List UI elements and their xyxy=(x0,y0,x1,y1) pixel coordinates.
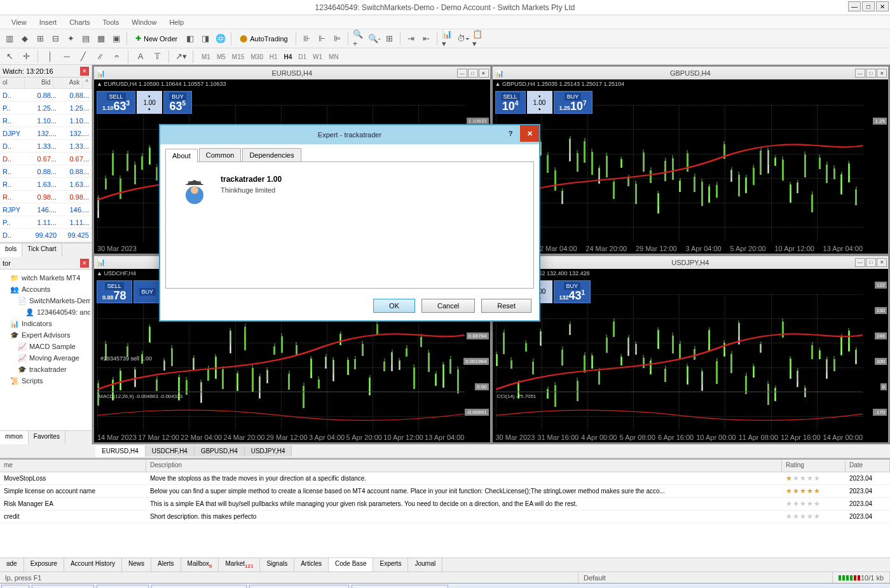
indicators-icon[interactable]: 📊▾ xyxy=(441,32,455,46)
maximize-icon[interactable]: □ xyxy=(866,69,876,78)
terminal-tab-signals[interactable]: Signals xyxy=(260,558,294,571)
terminal-tab-news[interactable]: News xyxy=(122,558,151,571)
market-watch-row[interactable]: D..0.88...0.88... xyxy=(0,89,92,102)
terminal-tab-alerts[interactable]: Alerts xyxy=(151,558,181,571)
text-icon[interactable]: A xyxy=(134,50,147,64)
tree-item[interactable]: 📈Moving Average xyxy=(1,352,90,364)
close-icon[interactable]: ✕ xyxy=(80,67,89,76)
close-icon[interactable]: ✕ xyxy=(877,69,887,78)
minimize-button[interactable]: — xyxy=(848,1,861,11)
menu-charts[interactable]: Charts xyxy=(63,15,96,29)
lot-input[interactable] xyxy=(138,99,161,106)
menu-insert[interactable]: Insert xyxy=(33,15,64,29)
terminal-tab-articles[interactable]: Articles xyxy=(294,558,329,571)
terminal-row[interactable]: MoveStopLossMove the stoploss as the tra… xyxy=(0,472,890,485)
close-button[interactable]: ✕ xyxy=(876,1,889,11)
timeframe-M30[interactable]: M30 xyxy=(247,53,266,60)
timeframe-H4[interactable]: H4 xyxy=(281,53,296,60)
menu-tools[interactable]: Tools xyxy=(97,15,126,29)
data-window-icon[interactable]: ⊟ xyxy=(48,32,62,46)
taskbar-item[interactable]: 📊1234640549: Switch... xyxy=(352,585,449,589)
fibo-icon[interactable]: 𝄐 xyxy=(109,50,123,64)
terminal-row[interactable]: Risk Manager EAThis is a simple EA that … xyxy=(0,498,890,510)
market-watch-row[interactable]: R..1.10...1.10... xyxy=(0,114,92,127)
sell-button[interactable]: SELL1.10633 xyxy=(97,91,135,114)
sell-button[interactable]: SELL0.8878 xyxy=(97,280,132,303)
terminal-tab-mailbox[interactable]: Mailbox6 xyxy=(181,558,219,571)
tab-tick-chart[interactable]: Tick Chart xyxy=(22,243,62,257)
minimize-icon[interactable]: — xyxy=(855,258,865,267)
timeframe-H1[interactable]: H1 xyxy=(266,53,281,60)
market-watch-row[interactable]: RJPY146....146.... xyxy=(0,203,92,216)
chart-tab[interactable]: EURUSD,H4 xyxy=(95,446,146,457)
col-name[interactable]: me xyxy=(0,460,146,472)
col-bid[interactable]: Bid xyxy=(25,78,54,88)
tree-item[interactable]: 🎓trackatrader xyxy=(1,364,90,375)
chart-tab[interactable]: GBPUSD,H4 xyxy=(195,446,245,456)
taskbar-item[interactable]: 🌐createdemologin - a... xyxy=(151,585,247,589)
trendline-icon[interactable]: ╱ xyxy=(76,50,90,64)
minimize-icon[interactable]: — xyxy=(855,69,865,78)
market-watch-row[interactable]: P..1.25...1.25... xyxy=(0,102,92,114)
new-order-button[interactable]: ✚New Order xyxy=(131,32,182,46)
chart-canvas[interactable]: ▲ GBPUSD,H4 1.25035 1.25143 1.25017 1.25… xyxy=(493,79,889,254)
market-watch-icon[interactable]: ⊞ xyxy=(33,32,47,46)
zoom-in-icon[interactable]: 🔍+ xyxy=(352,32,366,46)
market-watch-row[interactable]: R..0.98...0.98... xyxy=(0,191,92,203)
bar-chart-icon[interactable]: ⊪ xyxy=(300,32,314,46)
lot-size[interactable]: ▾▴ xyxy=(137,91,162,114)
crosshair-icon[interactable]: ✛ xyxy=(19,50,33,64)
hline-icon[interactable]: ─ xyxy=(60,50,74,64)
market-watch-row[interactable]: D..99.42099.425 xyxy=(0,229,92,242)
terminal-tab-code-base[interactable]: Code Base xyxy=(329,558,373,571)
close-icon[interactable]: ✕ xyxy=(877,258,887,267)
menu-view[interactable]: View xyxy=(5,15,33,29)
tree-item[interactable]: 🎓Expert Advisors xyxy=(1,329,90,341)
market-watch-row[interactable]: R..0.88...0.88... xyxy=(0,165,92,178)
menu-window[interactable]: Window xyxy=(125,15,163,29)
col-date[interactable]: Date xyxy=(846,460,890,472)
chart-canvas[interactable]: ▲ 132.495 132.552 132.400 132.428 SELL ▾… xyxy=(493,269,889,443)
taskbar-item[interactable]: 📁Downloads xyxy=(32,585,94,589)
chart-tab[interactable]: USDJPY,H4 xyxy=(245,446,292,456)
new-file-icon[interactable]: ▥ xyxy=(3,32,17,46)
cursor-icon[interactable]: ↖ xyxy=(3,50,17,64)
market-watch-row[interactable]: R..1.63...1.63... xyxy=(0,178,92,191)
timeframe-W1[interactable]: W1 xyxy=(310,53,325,60)
tree-item[interactable]: 📊Indicators xyxy=(1,318,90,329)
vline-icon[interactable]: │ xyxy=(43,50,57,64)
minimize-icon[interactable]: — xyxy=(457,69,467,78)
terminal-icon[interactable]: ▤ xyxy=(79,32,93,46)
lot-input[interactable] xyxy=(528,99,551,106)
arrows-icon[interactable]: ↗▾ xyxy=(174,50,188,64)
buy-button[interactable]: BUY xyxy=(134,280,162,303)
col-rating[interactable]: Rating xyxy=(782,460,846,472)
sell-button[interactable]: SELL104 xyxy=(495,91,526,114)
candlestick-icon[interactable]: ⊩ xyxy=(315,32,329,46)
market-watch-row[interactable]: D..0.67...0.67... xyxy=(0,153,92,165)
terminal-tab-experts[interactable]: Experts xyxy=(373,558,408,571)
tab-favorites[interactable]: Favorites xyxy=(29,431,65,444)
buy-button[interactable]: BUY132431 xyxy=(554,280,591,303)
timeframe-M1[interactable]: M1 xyxy=(198,53,214,60)
autoscroll-icon[interactable]: ⇥ xyxy=(404,32,418,46)
dialog-tab-about[interactable]: About xyxy=(165,149,198,162)
buy-button[interactable]: BUY635 xyxy=(163,91,192,114)
text-label-icon[interactable]: 𝕋 xyxy=(150,50,164,64)
market-watch-row[interactable]: DJPY132....132.... xyxy=(0,127,92,140)
tree-item[interactable]: 📄SwitchMarkets-Demo xyxy=(1,295,90,306)
line-chart-icon[interactable]: ⊫ xyxy=(331,32,345,46)
options-icon[interactable]: ◨ xyxy=(198,32,212,46)
close-button[interactable]: ✕ xyxy=(520,125,539,142)
navigator-icon[interactable]: ✦ xyxy=(64,32,78,46)
timeframe-MN[interactable]: MN xyxy=(325,53,342,60)
terminal-tab-journal[interactable]: Journal xyxy=(408,558,442,571)
taskbar-item[interactable]: ⚙Programs and Featur... xyxy=(249,585,349,589)
terminal-row[interactable]: creditShort description. this makes perf… xyxy=(0,510,890,523)
channel-icon[interactable]: ⫽ xyxy=(93,50,107,64)
ok-button[interactable]: OK xyxy=(373,299,415,313)
zoom-out-icon[interactable]: 🔍- xyxy=(367,32,381,46)
tree-item[interactable]: 👤1234640549: andr xyxy=(1,306,90,318)
status-profile[interactable]: Default xyxy=(578,572,833,583)
terminal-tab-market[interactable]: Market121 xyxy=(219,558,260,571)
